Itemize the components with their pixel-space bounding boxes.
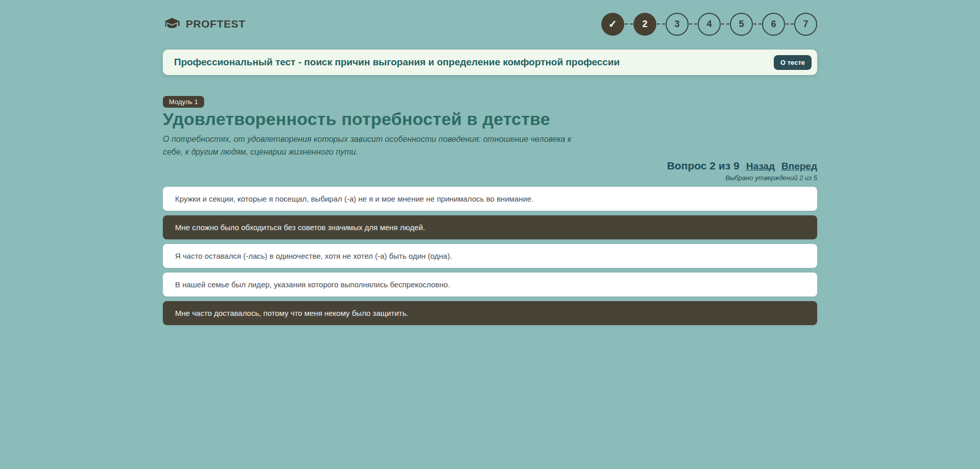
about-test-button[interactable]: О тесте [774, 55, 812, 70]
brand-logo[interactable]: PROFTEST [163, 16, 246, 32]
statement-option-5-selected[interactable]: Мне часто доставалось, потому что меня н… [163, 301, 817, 325]
statement-option-2-selected[interactable]: Мне сложно было обходиться без советов з… [163, 215, 817, 239]
statements-list: Кружки и секции, которые я посещал, выби… [163, 187, 817, 325]
step-1-done[interactable]: ✓ [601, 13, 624, 36]
question-nav-row: Вопрос 2 из 9 Назад Вперед [163, 160, 817, 172]
test-title-banner: Профессиональный тест - поиск причин выг… [163, 50, 817, 75]
step-2-active[interactable]: 2 [633, 13, 656, 36]
question-nav: Вопрос 2 из 9 Назад Вперед Выбрано утвер… [163, 160, 817, 182]
step-4[interactable]: 4 [698, 13, 721, 36]
module-badge: Модуль 1 [163, 96, 204, 108]
page-container: PROFTEST ✓ 2 3 4 5 6 7 Профессиональный … [163, 0, 817, 325]
step-7[interactable]: 7 [794, 13, 817, 36]
step-connector [721, 23, 729, 24]
step-connector [657, 23, 665, 24]
top-bar: PROFTEST ✓ 2 3 4 5 6 7 [163, 12, 817, 36]
forward-link[interactable]: Вперед [781, 161, 817, 172]
test-title: Профессиональный тест - поиск причин выг… [174, 57, 774, 68]
module-description: О потребностях, от удовлетворения которы… [163, 133, 576, 159]
brand-name: PROFTEST [186, 18, 246, 30]
graduation-cap-icon [163, 16, 181, 32]
step-3[interactable]: 3 [666, 13, 689, 36]
statement-option-1[interactable]: Кружки и секции, которые я посещал, выби… [163, 187, 817, 211]
step-connector [786, 23, 794, 24]
step-5[interactable]: 5 [730, 13, 753, 36]
step-6[interactable]: 6 [762, 13, 785, 36]
selected-count-info: Выбрано утверждений 2 из 5 [163, 174, 817, 182]
module-title: Удовлетворенность потребностей в детстве [163, 109, 817, 129]
progress-stepper: ✓ 2 3 4 5 6 7 [601, 13, 817, 36]
question-counter: Вопрос 2 из 9 [667, 160, 740, 172]
step-connector [689, 23, 697, 24]
statement-option-3[interactable]: Я часто оставался (-лась) в одиночестве,… [163, 244, 817, 268]
statement-option-4[interactable]: В нашей семье был лидер, указания которо… [163, 273, 817, 297]
step-connector [625, 23, 633, 24]
back-link[interactable]: Назад [746, 161, 775, 172]
step-connector [753, 23, 762, 24]
module-section: Модуль 1 Удовлетворенность потребностей … [163, 96, 817, 325]
